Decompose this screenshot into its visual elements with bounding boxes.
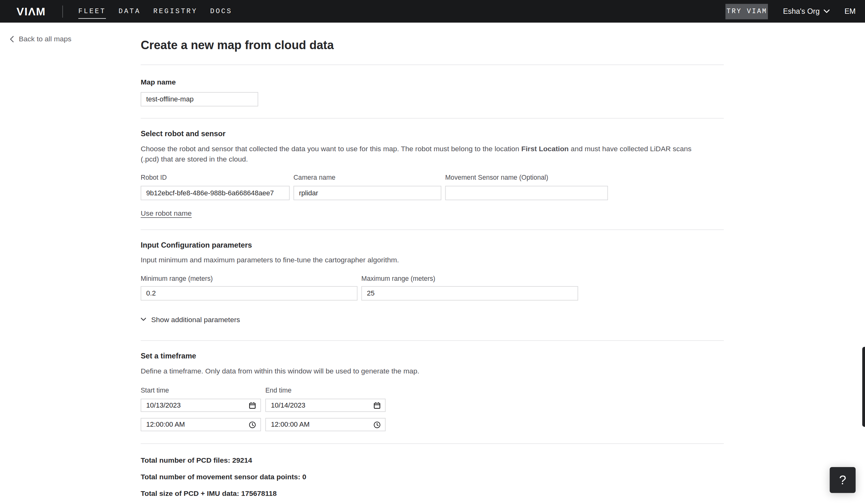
- min-range-label: Minimum range (meters): [141, 274, 357, 282]
- camera-name-field: Camera name: [293, 174, 441, 200]
- end-date-value: 10/14/2023: [271, 401, 305, 409]
- primary-nav-menu: FLEET DATA REGISTRY DOCS: [78, 0, 232, 23]
- nav-item-docs[interactable]: DOCS: [210, 0, 232, 23]
- total-size-value: 175678118: [241, 489, 277, 497]
- calendar-icon[interactable]: [373, 402, 381, 409]
- start-time-column: Start time 10/13/2023 12:00:00 AM: [141, 387, 261, 431]
- scrollbar-thumb[interactable]: [862, 347, 865, 427]
- timeframe-fields: Start time 10/13/2023 12:00:00 AM End ti…: [141, 387, 724, 431]
- clock-icon[interactable]: [249, 421, 256, 428]
- end-time-column: End time 10/14/2023 12:00:00 AM: [265, 387, 385, 431]
- location-name: First Location: [521, 145, 568, 153]
- divider: [141, 65, 724, 65]
- camera-name-input[interactable]: [293, 186, 441, 200]
- help-button[interactable]: ?: [830, 467, 856, 493]
- start-date-input[interactable]: 10/13/2023: [141, 399, 261, 412]
- movement-points-total: Total number of movement sensor data poi…: [141, 471, 724, 482]
- min-range-input[interactable]: [141, 286, 357, 300]
- pcd-files-label: Total number of PCD files:: [141, 456, 230, 464]
- nav-right: TRY VIAM Esha's Org EM: [726, 3, 856, 19]
- divider: [141, 118, 724, 119]
- end-date-input[interactable]: 10/14/2023: [265, 399, 385, 412]
- movement-sensor-label: Movement Sensor name (Optional): [445, 174, 608, 181]
- clock-icon[interactable]: [373, 421, 381, 428]
- robot-section-description: Choose the robot and sensor that collect…: [141, 144, 709, 164]
- calendar-icon[interactable]: [249, 402, 256, 409]
- total-size: Total size of PCD + IMU data: 175678118: [141, 488, 724, 499]
- max-range-label: Maximum range (meters): [361, 274, 578, 282]
- robot-id-field: Robot ID: [141, 174, 290, 200]
- nav-item-data[interactable]: DATA: [119, 0, 141, 23]
- top-nav: VIΛM FLEET DATA REGISTRY DOCS TRY VIAM E…: [0, 0, 865, 23]
- pcd-files-total: Total number of PCD files: 29214: [141, 454, 724, 466]
- chevron-down-icon: [141, 318, 146, 321]
- divider: [141, 340, 724, 341]
- main-content: Create a new map from cloud data Map nam…: [141, 23, 724, 504]
- data-summary: Total number of PCD files: 29214 Total n…: [141, 454, 724, 499]
- end-time-label: End time: [265, 387, 385, 395]
- camera-name-label: Camera name: [293, 174, 441, 181]
- app-viewport: VIΛM FLEET DATA REGISTRY DOCS TRY VIAM E…: [0, 0, 865, 504]
- back-to-maps-link[interactable]: Back to all maps: [10, 35, 71, 43]
- movement-points-label: Total number of movement sensor data poi…: [141, 473, 300, 481]
- nav-vertical-divider: [62, 5, 63, 17]
- max-range-field: Maximum range (meters): [361, 274, 578, 300]
- back-link-label: Back to all maps: [19, 35, 71, 43]
- show-additional-label: Show additional parameters: [151, 315, 240, 324]
- try-viam-button[interactable]: TRY VIAM: [726, 3, 768, 19]
- start-time-input[interactable]: 12:00:00 AM: [141, 418, 261, 431]
- total-size-label: Total size of PCD + IMU data:: [141, 489, 239, 497]
- use-robot-name-link[interactable]: Use robot name: [141, 209, 192, 217]
- start-time-value: 12:00:00 AM: [146, 421, 185, 429]
- org-switcher[interactable]: Esha's Org: [783, 7, 830, 15]
- page-title: Create a new map from cloud data: [141, 38, 724, 53]
- range-fields-row: Minimum range (meters) Maximum range (me…: [141, 274, 724, 300]
- robot-description-before: Choose the robot and sensor that collect…: [141, 145, 521, 153]
- movement-sensor-input[interactable]: [445, 186, 608, 200]
- divider: [141, 230, 724, 230]
- robot-id-input[interactable]: [141, 186, 290, 200]
- divider: [141, 443, 724, 444]
- show-additional-parameters-toggle[interactable]: Show additional parameters: [141, 315, 240, 324]
- min-range-field: Minimum range (meters): [141, 274, 357, 300]
- nav-item-registry[interactable]: REGISTRY: [153, 0, 198, 23]
- end-time-value: 12:00:00 AM: [271, 421, 310, 429]
- start-time-label: Start time: [141, 387, 261, 395]
- start-date-value: 10/13/2023: [146, 401, 181, 409]
- config-section-heading: Input Configuration parameters: [141, 241, 724, 249]
- nav-item-fleet[interactable]: FLEET: [78, 0, 106, 23]
- map-name-label: Map name: [141, 78, 724, 86]
- viam-logo[interactable]: VIΛM: [16, 5, 46, 16]
- timeframe-section-description: Define a timeframe. Only data from withi…: [141, 366, 724, 376]
- end-time-input[interactable]: 12:00:00 AM: [265, 418, 385, 431]
- chevron-left-icon: [10, 36, 14, 42]
- map-name-input[interactable]: [141, 92, 258, 106]
- nav-left: VIΛM FLEET DATA REGISTRY DOCS: [16, 0, 232, 23]
- movement-points-value: 0: [302, 473, 306, 481]
- movement-sensor-field: Movement Sensor name (Optional): [445, 174, 608, 200]
- robot-fields-row: Robot ID Camera name Movement Sensor nam…: [141, 174, 724, 200]
- timeframe-section-heading: Set a timeframe: [141, 352, 724, 360]
- pcd-files-value: 29214: [232, 456, 252, 464]
- chevron-down-icon: [823, 9, 829, 13]
- org-name: Esha's Org: [783, 7, 820, 15]
- config-section-description: Input minimum and maximum parameters to …: [141, 256, 724, 266]
- max-range-input[interactable]: [361, 286, 578, 300]
- user-avatar-initials[interactable]: EM: [844, 7, 856, 15]
- robot-id-label: Robot ID: [141, 174, 290, 181]
- robot-section-heading: Select robot and sensor: [141, 130, 724, 138]
